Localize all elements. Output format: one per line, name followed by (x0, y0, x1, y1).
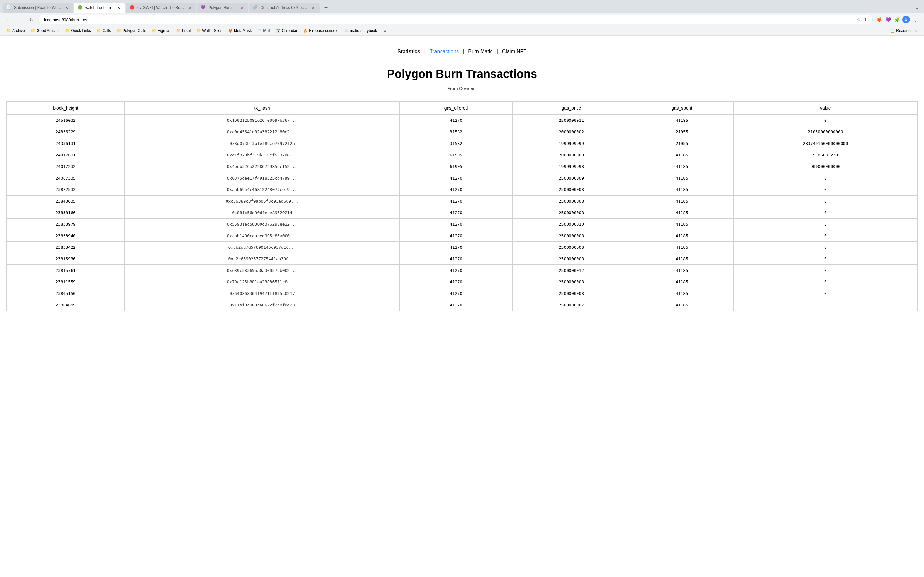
address-bar[interactable]: localhost:8080/burn-txs ☆ ⬆ (39, 15, 873, 24)
cell-tx-hash[interactable]: 0xd1f870bf319b310ef5037d8... (125, 149, 400, 161)
tab-close-polygon[interactable]: ✕ (239, 5, 244, 10)
cell-tx-hash[interactable]: 0x11af0c969ca6622f2d8fde23 (125, 300, 400, 311)
bookmarks-bar: 📁 Archive 📁 Good Articles 📁 Quick Links … (0, 26, 924, 35)
cell-block-height: 24336229 (7, 126, 125, 138)
cell-value: 0 (733, 265, 917, 276)
nav-burn-matic[interactable]: Burn Matic (468, 49, 493, 54)
tab-favicon-web3: 📄 (6, 5, 11, 10)
chrome-menu-button[interactable]: ⋮ (911, 15, 920, 24)
tab-67gwei[interactable]: 🔴 67 GWEI | Watch The Burn: EIP... ✕ (126, 3, 196, 13)
cell-tx-hash[interactable]: 0x8d073bf3bfef89ce70972f2a (125, 138, 400, 149)
bookmark-overflow-button[interactable]: » (381, 27, 389, 34)
tab-overflow-button[interactable]: ⌄ (913, 4, 921, 11)
cell-gas-spent: 41185 (630, 149, 733, 161)
cell-tx-hash[interactable]: 0xe89c583655a0a30057ab002... (125, 265, 400, 276)
cell-tx-hash[interactable]: 0x55931ec56300c376298ee22... (125, 219, 400, 230)
reading-list-button[interactable]: 📋 Reading List (887, 27, 920, 34)
cell-tx-hash[interactable]: 0x6408683641947fff8f5c0217 (125, 288, 400, 300)
cell-tx-hash[interactable]: 0xcbb1490caaced995c86a000... (125, 230, 400, 242)
cell-tx-hash[interactable]: 0xd2c65902577275441ab390... (125, 253, 400, 265)
new-tab-button[interactable]: + (321, 3, 330, 12)
bookmark-matic-storybook-label: matic-storybook (350, 29, 377, 33)
bookmark-figmas[interactable]: 📁 Figmas (149, 27, 173, 34)
bookmark-mail[interactable]: ✉️ Mail (255, 27, 273, 34)
calendar-bookmark-icon: 📅 (276, 29, 280, 33)
bookmark-prsnl-label: Prsnl (182, 29, 191, 33)
calls-folder-icon: 📁 (97, 29, 101, 33)
bookmark-good-articles[interactable]: 📁 Good Articles (28, 27, 62, 34)
cell-block-height: 23840635 (7, 195, 125, 207)
cell-tx-hash[interactable]: 0xe0e45641e82a382212a80e2... (125, 126, 400, 138)
user-avatar[interactable]: U (902, 16, 910, 23)
tab-close-watch-burn[interactable]: ✕ (116, 5, 121, 10)
cell-tx-hash[interactable]: 0x6375dee17f4918325cd47a9... (125, 172, 400, 184)
bookmark-polygon-calls[interactable]: 📁 Polygon Calls (114, 27, 149, 34)
tab-watch-burn[interactable]: 🟢 watch-the-burn ✕ (74, 3, 125, 13)
bookmark-calls[interactable]: 📁 Calls (94, 27, 113, 34)
cell-value: 0 (733, 242, 917, 253)
metamask-fox-icon[interactable]: 🦊 (875, 16, 883, 23)
page-content: Statistics | Transactions | Burn Matic |… (0, 36, 924, 324)
bookmark-firebase[interactable]: 🔥 Firebase console (300, 27, 341, 34)
cell-tx-hash[interactable]: 0x190212b081e26f00997b367... (125, 115, 400, 126)
reload-button[interactable]: ↻ (27, 15, 36, 24)
tab-web3[interactable]: 📄 Submission | Road to Web3 ✕ (3, 3, 73, 13)
nav-separator-3: | (497, 49, 499, 54)
cell-gas-spent: 41185 (630, 265, 733, 276)
cell-tx-hash[interactable]: 0xaab6954c46812248079cef9... (125, 184, 400, 195)
tab-close-web3[interactable]: ✕ (64, 5, 69, 10)
prsnl-folder-icon: 📁 (176, 29, 181, 33)
extensions-puzzle-icon[interactable]: 🧩 (893, 16, 901, 23)
bookmark-star-icon[interactable]: ☆ (857, 17, 861, 22)
cell-block-height: 23815761 (7, 265, 125, 276)
mail-bookmark-icon: ✉️ (257, 29, 262, 33)
nav-transactions[interactable]: Transactions (430, 49, 459, 54)
cell-block-height: 24017232 (7, 161, 125, 172)
table-row: 23815761 0xe89c583655a0a30057ab002... 41… (7, 265, 918, 276)
bookmark-polygon-calls-label: Polygon Calls (123, 29, 146, 33)
nav-statistics[interactable]: Statistics (397, 49, 420, 54)
cell-gas-price: 2500000010 (512, 219, 630, 230)
cell-tx-hash[interactable]: 0xcb2dd7d57690140c957d16... (125, 242, 400, 253)
bookmark-metamask[interactable]: 🦊 MetaMask (226, 27, 254, 34)
cell-tx-hash[interactable]: 0x79c125b381aa23836571c8c... (125, 276, 400, 288)
cell-gas-offered: 41270 (400, 195, 513, 207)
bookmark-quick-links[interactable]: 📁 Quick Links (63, 27, 94, 34)
bookmark-good-articles-label: Good Articles (37, 29, 59, 33)
cell-value: 900000000000 (733, 161, 917, 172)
bookmark-firebase-label: Firebase console (309, 29, 338, 33)
tab-close-contract[interactable]: ✕ (310, 5, 316, 10)
forward-button[interactable]: → (15, 15, 24, 24)
cell-value: 21050000000000 (733, 126, 917, 138)
cell-gas-offered: 41270 (400, 265, 513, 276)
cell-tx-hash[interactable]: 0x881c56e90d4ede89629214 (125, 207, 400, 219)
tab-favicon-contract: 🔗 (253, 5, 258, 10)
nav-claim-nft[interactable]: Claim NFT (502, 49, 527, 54)
polygon-calls-folder-icon: 📁 (117, 29, 121, 33)
cell-gas-spent: 41185 (630, 207, 733, 219)
bookmark-matic-storybook[interactable]: 📖 matic-storybook (342, 27, 380, 34)
polygon-icon[interactable]: 💜 (884, 16, 892, 23)
table-row: 23840635 0xc56389c3f9ab05f8c93ad609... 4… (7, 195, 918, 207)
bookmark-calendar[interactable]: 📅 Calendar (273, 27, 300, 34)
bookmark-wallet-sites[interactable]: 📁 Wallet Sites (194, 27, 225, 34)
table-row: 24516032 0x190212b081e26f00997b367... 41… (7, 115, 918, 126)
address-text: localhost:8080/burn-txs (44, 17, 87, 22)
tab-close-67gwei[interactable]: ✕ (187, 5, 192, 10)
cell-gas-price: 2500000008 (512, 276, 630, 288)
cell-tx-hash[interactable]: 0x4beb326a22286729856cf52... (125, 161, 400, 172)
page-subtitle: From Covalent (6, 86, 918, 91)
bookmark-prsnl[interactable]: 📁 Prsnl (174, 27, 193, 34)
tab-title-watch-burn: watch-the-burn (86, 5, 113, 10)
back-button[interactable]: ← (4, 15, 13, 24)
bookmark-archive[interactable]: 📁 Archive (4, 27, 27, 34)
tab-contract[interactable]: 🔗 Contract Address 0x70bca57... ✕ (249, 3, 320, 13)
tab-favicon-watch-burn: 🟢 (78, 5, 83, 10)
share-icon[interactable]: ⬆ (863, 17, 867, 22)
cell-block-height: 23838166 (7, 207, 125, 219)
tab-polygon[interactable]: 💜 Polygon Burn ✕ (197, 3, 248, 13)
storybook-bookmark-icon: 📖 (344, 29, 349, 33)
cell-tx-hash[interactable]: 0xc56389c3f9ab05f8c93ad609... (125, 195, 400, 207)
cell-gas-spent: 41185 (630, 195, 733, 207)
cell-gas-spent: 41185 (630, 161, 733, 172)
